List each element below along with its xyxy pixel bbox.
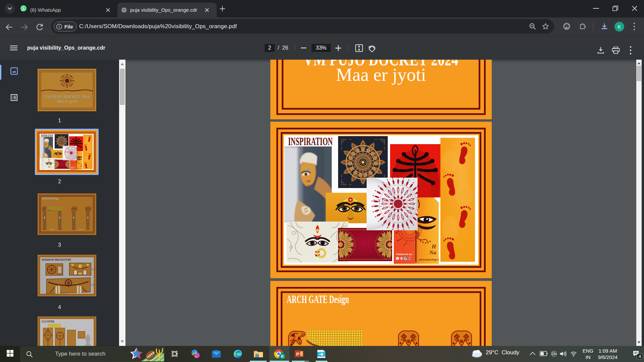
svg-text:Na: Na [429, 249, 436, 256]
svg-text:6: 6 [22, 6, 24, 10]
svg-text:Na: Na [79, 166, 82, 167]
svg-text:www.aryacollege.in: www.aryacollege.in [418, 258, 439, 261]
svg-text:Follow Us on :: Follow Us on : [71, 166, 75, 167]
svg-text:UXURY: UXURY [373, 198, 393, 203]
svg-text:www.aryacollege.in: www.aryacollege.in [77, 168, 83, 169]
svg-text:H: H [80, 164, 82, 166]
svg-text:P: P [296, 352, 299, 357]
svg-text:Follow Us on :: Follow Us on : [396, 253, 413, 256]
svg-text:H: H [431, 243, 436, 250]
svg-text:f: f [397, 257, 398, 260]
